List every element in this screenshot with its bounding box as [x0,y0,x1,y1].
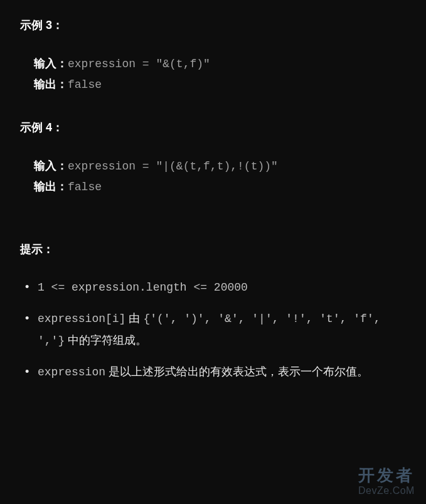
example-3-input-line: 输入： expression = "&(t,f)" [34,54,406,75]
example-3-block: 输入： expression = "&(t,f)" 输出： false [34,54,406,96]
watermark-en: DevZe.CoM [358,485,415,496]
example-4-header: 示例 4： [20,120,406,135]
input-label: 输入： [34,156,68,177]
example-4-output-line: 输出： false [34,177,406,198]
hint-item-1: 1 <= expression.length <= 20000 [20,277,406,298]
input-label: 输入： [34,54,68,75]
input-content: expression = "|(&(t,f,t),!(t))" [68,156,278,177]
example-4-input-line: 输入： expression = "|(&(t,f,t),!(t))" [34,156,406,177]
hint-2-code-1: expression[i] [38,313,125,325]
hints-section: 提示： 1 <= expression.length <= 20000 expr… [20,242,406,383]
input-content: expression = "&(t,f)" [68,54,210,75]
hint-item-2: expression[i] 由 {'(', ')', '&', '|', '!'… [20,308,406,351]
hint-1-code: 1 <= expression.length <= 20000 [38,281,248,294]
example-4-block: 输入： expression = "|(&(t,f,t),!(t))" 输出： … [34,156,406,198]
hint-2-text-2: 中的字符组成。 [65,334,147,346]
output-content: false [68,75,102,95]
hint-3-text: 是以上述形式给出的有效表达式，表示一个布尔值。 [105,365,368,378]
output-content: false [68,177,102,198]
hints-list: 1 <= expression.length <= 20000 expressi… [20,277,406,383]
hint-3-code: expression [38,366,105,378]
hint-item-3: expression 是以上述形式给出的有效表达式，表示一个布尔值。 [20,362,406,383]
example-3-header: 示例 3： [20,18,406,33]
watermark: 开发者 DevZe.CoM [358,467,415,496]
hint-2-text-1: 由 [125,312,143,324]
example-3-output-line: 输出： false [34,75,406,95]
hints-header: 提示： [20,242,406,257]
output-label: 输出： [34,177,68,198]
output-label: 输出： [34,75,68,95]
watermark-cn: 开发者 [358,467,415,483]
